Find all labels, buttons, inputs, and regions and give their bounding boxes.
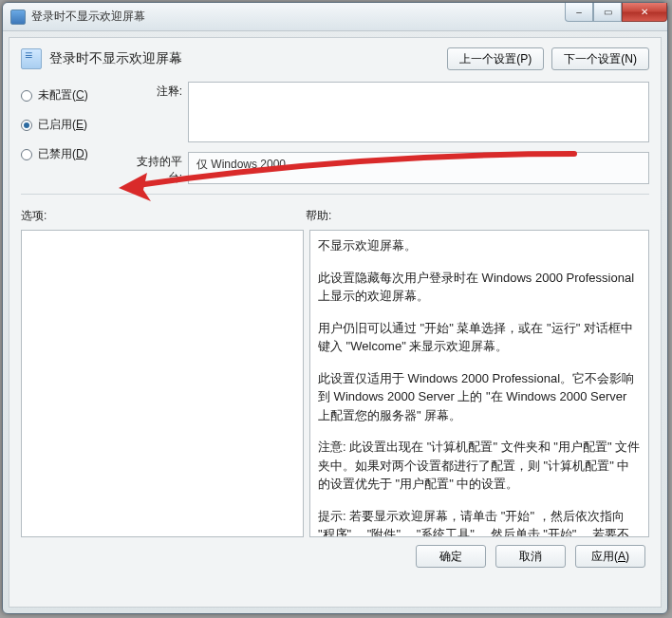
radio-icon [21, 120, 32, 131]
help-paragraph: 注意: 此设置出现在 "计算机配置" 文件夹和 "用户配置" 文件夹中。如果对两… [318, 438, 641, 494]
options-pane[interactable] [21, 230, 304, 537]
dialog-window: 登录时不显示欢迎屏幕 – ▭ ✕ 登录时不显示欢迎屏幕 上一个设置(P) 下一个… [2, 2, 668, 614]
platform-label: 支持的平台: [125, 152, 188, 186]
help-paragraph: 此设置隐藏每次用户登录时在 Windows 2000 Professional … [318, 269, 641, 306]
radio-label: 已禁用(D) [38, 146, 88, 162]
titlebar[interactable]: 登录时不显示欢迎屏幕 – ▭ ✕ [3, 3, 667, 31]
config-section: 未配置(C) 已启用(E) 已禁用(D) 注释: 支持的平台: [21, 82, 649, 186]
ok-button[interactable]: 确定 [416, 545, 486, 568]
help-pane[interactable]: 不显示欢迎屏幕。 此设置隐藏每次用户登录时在 Windows 2000 Prof… [309, 230, 649, 537]
next-setting-button[interactable]: 下一个设置(N) [551, 47, 649, 70]
help-paragraph: 提示: 若要显示欢迎屏幕，请单击 "开始" ，然后依次指向 "程序" 、"附件"… [318, 507, 641, 538]
comment-label: 注释: [125, 82, 188, 100]
maximize-button[interactable]: ▭ [593, 3, 622, 22]
minimize-button[interactable]: – [565, 3, 593, 22]
window-title: 登录时不显示欢迎屏幕 [31, 9, 145, 25]
footer: 确定 取消 应用(A) [21, 537, 649, 568]
help-paragraph: 不显示欢迎屏幕。 [318, 236, 641, 255]
close-button[interactable]: ✕ [622, 3, 667, 22]
page-title: 登录时不显示欢迎屏幕 [49, 50, 182, 67]
apply-button[interactable]: 应用(A) [575, 545, 645, 568]
options-label: 选项: [21, 208, 306, 224]
supported-platform-box: 仅 Windows 2000 [188, 152, 649, 184]
policy-icon [21, 48, 42, 69]
radio-not-configured[interactable]: 未配置(C) [21, 87, 125, 103]
divider [21, 194, 649, 195]
radio-icon [21, 90, 32, 102]
pane-labels: 选项: 帮助: [21, 208, 649, 224]
help-label: 帮助: [306, 208, 331, 224]
radio-disabled[interactable]: 已禁用(D) [21, 146, 125, 162]
radio-icon [21, 149, 32, 160]
prev-setting-button[interactable]: 上一个设置(P) [447, 47, 544, 70]
comment-textarea[interactable] [188, 82, 649, 142]
header-row: 登录时不显示欢迎屏幕 上一个设置(P) 下一个设置(N) [21, 47, 649, 70]
help-paragraph: 用户仍旧可以通过 "开始" 菜单选择，或在 "运行" 对话框中键入 "Welco… [318, 319, 641, 356]
client-area: 登录时不显示欢迎屏幕 上一个设置(P) 下一个设置(N) 未配置(C) 已启用(… [9, 37, 662, 608]
radio-label: 未配置(C) [38, 87, 88, 103]
app-icon [10, 9, 26, 25]
cancel-button[interactable]: 取消 [495, 545, 566, 568]
state-radio-group: 未配置(C) 已启用(E) 已禁用(D) [21, 82, 125, 186]
window-buttons: – ▭ ✕ [565, 3, 667, 22]
radio-enabled[interactable]: 已启用(E) [21, 117, 125, 133]
radio-label: 已启用(E) [38, 117, 87, 133]
help-paragraph: 此设置仅适用于 Windows 2000 Professional。它不会影响到… [318, 369, 641, 425]
panes: 不显示欢迎屏幕。 此设置隐藏每次用户登录时在 Windows 2000 Prof… [21, 230, 649, 537]
